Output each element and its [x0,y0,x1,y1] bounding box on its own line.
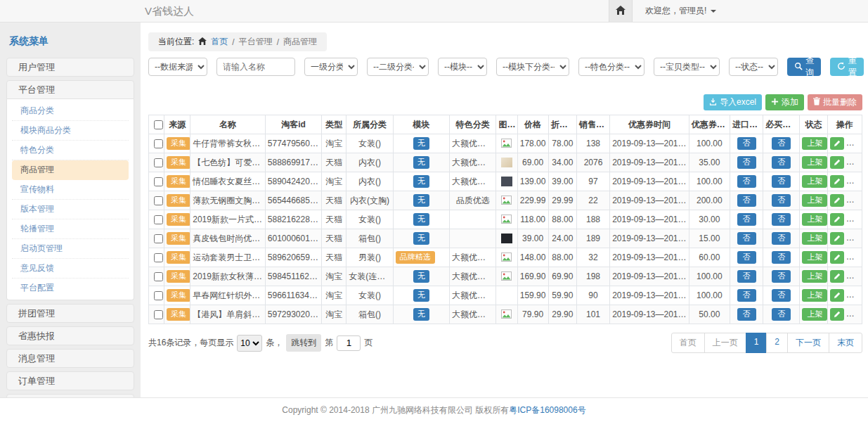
filter-name-input[interactable] [216,58,295,76]
edit-button[interactable] [830,137,844,150]
filter-module-select[interactable]: --模块-- [438,58,487,76]
must-buy-toggle[interactable]: 否 [772,308,791,320]
edit-button[interactable] [830,270,844,283]
row-checkbox[interactable] [154,253,163,262]
batch-delete-button[interactable]: 批量删除 [808,94,862,110]
sidebar-item-carousel-management[interactable]: 轮播管理 [12,219,129,239]
jump-page-input[interactable] [337,335,361,351]
filter-level2-category-select[interactable]: --二级分类-- [367,58,429,76]
imported-toggle[interactable]: 否 [737,251,756,263]
last-page-button[interactable]: 末页 [829,333,862,353]
sidebar-item-feature-category[interactable]: 特色分类 [12,141,129,160]
status-badge[interactable]: 上架 [802,289,827,301]
row-checkbox[interactable] [154,177,163,186]
edit-button[interactable] [830,213,844,226]
filter-module-subcategory-select[interactable]: --模块下分类-- [496,58,569,76]
must-buy-toggle[interactable]: 否 [772,251,791,263]
filter-status-select[interactable]: --状态-- [729,58,778,76]
imported-toggle[interactable]: 否 [737,270,756,282]
sidebar-group-messages[interactable]: 消息管理 [6,349,134,368]
status-badge[interactable]: 上架 [802,156,827,168]
must-buy-toggle[interactable]: 否 [772,156,791,168]
row-checkbox[interactable] [154,139,163,148]
row-checkbox[interactable] [154,215,163,224]
edit-button[interactable] [830,251,844,264]
status-badge[interactable]: 上架 [802,213,827,225]
must-buy-toggle[interactable]: 否 [772,289,791,301]
status-badge[interactable]: 上架 [802,232,827,244]
must-buy-toggle[interactable]: 否 [772,194,791,206]
imported-toggle[interactable]: 否 [737,194,756,206]
reset-button[interactable]: 重置 [830,58,864,76]
must-buy-toggle[interactable]: 否 [772,175,791,187]
sidebar-group-orders[interactable]: 订单管理 [6,371,134,390]
icp-link[interactable]: 粤ICP备16098006号 [509,404,585,416]
filter-feature-category-select[interactable]: --特色分类-- [578,58,644,76]
page-1-button[interactable]: 1 [746,333,767,353]
status-badge[interactable]: 上架 [802,308,827,320]
search-button[interactable]: 查询 [787,58,821,76]
row-checkbox[interactable] [154,310,163,319]
edit-button[interactable] [830,175,844,188]
filter-level1-category-select[interactable]: 一级分类 [304,58,358,76]
row-checkbox[interactable] [154,272,163,281]
edit-button[interactable] [830,156,844,169]
imported-toggle[interactable]: 否 [737,213,756,225]
sidebar-group-express[interactable]: 省惠快报 [6,326,134,345]
edit-button[interactable] [830,289,844,302]
sidebar-item-version-management[interactable]: 版本管理 [12,200,129,219]
status-badge[interactable]: 上架 [802,137,827,149]
first-page-button[interactable]: 首页 [671,333,705,353]
cell-checkbox [149,134,164,153]
must-buy-toggle[interactable]: 否 [772,213,791,225]
sidebar-item-product-category[interactable]: 商品分类 [12,101,129,121]
edit-button[interactable] [830,232,844,245]
sidebar-group-platform[interactable]: 平台管理 [6,80,134,99]
sidebar-item-splash-management[interactable]: 启动页管理 [12,239,129,259]
imported-toggle[interactable]: 否 [737,156,756,168]
sidebar-item-product-management[interactable]: 商品管理 [12,160,129,180]
row-checkbox[interactable] [154,158,163,167]
col-discount-price: 折后价 [548,115,576,134]
row-checkbox[interactable] [154,234,163,243]
jump-button[interactable]: 跳转到 [286,334,321,352]
row-checkbox[interactable] [154,196,163,205]
must-buy-toggle[interactable]: 否 [772,137,791,149]
imported-toggle[interactable]: 否 [737,175,756,187]
page-2-button[interactable]: 2 [766,333,788,353]
cell-module: 无 [393,172,449,191]
status-badge[interactable]: 上架 [802,175,827,187]
status-badge[interactable]: 上架 [802,251,827,263]
edit-button[interactable] [830,194,844,207]
must-buy-toggle[interactable]: 否 [772,270,791,282]
sidebar-item-promo-material[interactable]: 宣传物料 [12,180,129,200]
add-button[interactable]: 添加 [765,94,804,110]
sidebar-item-platform-config[interactable]: 平台配置 [12,279,129,298]
per-page-select[interactable]: 10 [237,335,262,352]
filter-item-type-select[interactable]: --宝贝类型-- [654,58,720,76]
home-button[interactable] [609,0,633,22]
imported-toggle[interactable]: 否 [737,308,756,320]
edit-button[interactable] [830,308,844,321]
col-type: 类型 [322,115,346,134]
cell-price: 118.00 [517,210,548,229]
sidebar-item-feedback[interactable]: 意见反馈 [12,259,129,279]
prev-page-button[interactable]: 上一页 [704,333,746,353]
status-badge[interactable]: 上架 [802,194,827,206]
must-buy-toggle[interactable]: 否 [772,232,791,244]
imported-toggle[interactable]: 否 [737,289,756,301]
breadcrumb-home-link[interactable]: 首页 [211,36,228,48]
next-page-button[interactable]: 下一页 [787,333,829,353]
status-badge[interactable]: 上架 [802,270,827,282]
sidebar-group-groupbuy[interactable]: 拼团管理 [6,304,134,323]
imported-toggle[interactable]: 否 [737,232,756,244]
select-all-checkbox[interactable] [154,120,163,129]
user-menu[interactable]: 欢迎您，管理员! [645,5,716,17]
import-excel-button[interactable]: 导入excel [704,94,762,110]
table-row: 采集 2019新款女秋薄款... 598451162391 淘宝 女装(连衣裙)… [149,267,862,286]
filter-data-source-select[interactable]: --数据来源-- [148,58,207,76]
row-checkbox[interactable] [154,291,163,300]
imported-toggle[interactable]: 否 [737,137,756,149]
sidebar-group-users[interactable]: 用户管理 [6,58,134,77]
sidebar-item-module-product-category[interactable]: 模块商品分类 [12,121,129,141]
